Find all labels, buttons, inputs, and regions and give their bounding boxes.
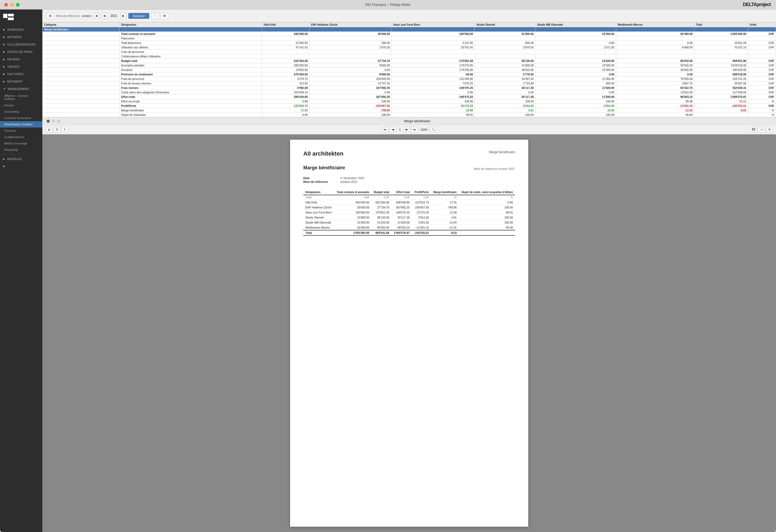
svg-rect-1 bbox=[8, 14, 14, 16]
table-cell: 508'430.85 bbox=[262, 95, 310, 99]
maximize-button[interactable] bbox=[16, 3, 20, 7]
prev-month-button[interactable]: ◀ bbox=[93, 13, 99, 19]
sidebar-item-planification-affaire[interactable]: Planification d'affaire bbox=[0, 121, 42, 127]
table-cell: 12.08 bbox=[392, 108, 475, 113]
table-cell: 15'831.00 bbox=[694, 41, 748, 45]
designation-cell[interactable]: Total deductions bbox=[119, 41, 262, 45]
report-cell: 15'300.00 bbox=[334, 220, 372, 225]
table-cell bbox=[392, 50, 475, 54]
designation-cell[interactable]: Frais inernes bbox=[119, 86, 262, 90]
preview-dot-3[interactable] bbox=[57, 119, 60, 123]
sidebar-item-notes-de-frais[interactable]: ▶ NOTES DE FRAIS bbox=[0, 48, 42, 55]
sidebar-item-modeles[interactable]: ▶ bbox=[0, 163, 42, 170]
designation-cell[interactable]: Profit/Perte bbox=[119, 104, 262, 108]
sidebar-item-modeles-documents[interactable]: ▶ MODELES bbox=[0, 155, 42, 163]
designation-cell[interactable]: Acomptes planifiés bbox=[119, 63, 262, 68]
designation-cell[interactable]: Encaissé bbox=[119, 68, 262, 72]
apply-button[interactable]: Appliquer bbox=[128, 13, 149, 19]
table-cell: 4'278.75 bbox=[262, 77, 310, 81]
report-cell: Haus zum Forst Bern bbox=[303, 210, 334, 215]
table-cell: 36'117.38 bbox=[475, 86, 535, 90]
report-cell: 38'130.00 bbox=[371, 215, 391, 220]
chevron-right-icon: ▶ bbox=[3, 58, 5, 61]
minimize-button[interactable] bbox=[10, 3, 14, 7]
share-button[interactable]: ↗ bbox=[758, 127, 765, 132]
sidebar-item-taches[interactable]: ▶ TÂCHES bbox=[0, 63, 42, 70]
designation-cell[interactable]: Effort total bbox=[119, 95, 262, 99]
table-cell bbox=[616, 54, 695, 59]
next-page-button[interactable]: ▶ bbox=[403, 127, 410, 132]
sidebar-divider bbox=[0, 154, 42, 154]
report-cell: 96'933.15 bbox=[391, 225, 412, 230]
sidebar-item-reporting[interactable]: Reporting bbox=[0, 147, 42, 153]
sidebar-item-factures[interactable]: ▶ FACTURES bbox=[0, 70, 42, 78]
sidebar-item-management[interactable]: ▼ MANAGEMENT bbox=[0, 85, 42, 92]
sidebar-item-affaires[interactable]: ▶ AFFAIRES bbox=[0, 33, 42, 41]
preview-area[interactable]: A0 architekten Marge bénéficiaire Marge … bbox=[42, 135, 776, 532]
print-button[interactable]: 🖨 bbox=[45, 127, 52, 132]
prev-page-button[interactable]: ◀ bbox=[390, 127, 396, 132]
table-cell: -9.53 bbox=[694, 108, 748, 113]
sidebar-item-collaborateurs-sub[interactable]: Collaborateurs bbox=[0, 134, 42, 140]
edit-button[interactable]: ✎ bbox=[61, 127, 68, 132]
sidebar-item-contrats-honoraires[interactable]: Contrats honoraires bbox=[0, 115, 42, 121]
sidebar-item-adresses[interactable]: ▶ ADRESSES bbox=[0, 26, 42, 33]
export-pdf-button[interactable]: 📄 bbox=[151, 13, 159, 19]
total-cell bbox=[459, 230, 515, 235]
unit-cell: CHF bbox=[371, 195, 391, 200]
designation-cell[interactable]: Frais de personnel bbox=[119, 50, 262, 54]
table-cell: -239'957.55 bbox=[310, 104, 392, 108]
report-cell: 92'400.00 bbox=[334, 225, 372, 230]
filter-button[interactable]: ⊞ bbox=[47, 13, 54, 19]
zoom-button[interactable]: 🔍 bbox=[430, 127, 437, 132]
designation-cell[interactable]: Degré de réalisation bbox=[119, 113, 262, 117]
table-cell: 0.00 bbox=[535, 41, 616, 45]
chevron-right-icon: ▶ bbox=[3, 73, 5, 75]
report-cell: -799.86 bbox=[431, 205, 459, 210]
sidebar-item-batiment[interactable]: ▶ BÂTIMENT bbox=[0, 78, 42, 85]
col-header-total: Total bbox=[694, 22, 748, 27]
unit-cell: CHF bbox=[391, 195, 412, 200]
preview-dot-1[interactable] bbox=[47, 119, 50, 123]
designation-cell[interactable]: Budget total bbox=[119, 59, 262, 63]
first-page-button[interactable]: ⏮ bbox=[382, 127, 389, 132]
table-cell: CHF bbox=[748, 95, 776, 99]
category-cell[interactable]: Marge bénéficiaire bbox=[43, 27, 120, 32]
table-cell: 51.61 bbox=[694, 99, 748, 104]
designation-cell[interactable]: Frais de bureau internes bbox=[119, 81, 262, 86]
table-cell: 2'012.63 bbox=[475, 104, 535, 108]
main-content: ⊞ Mois de référence octobre ◀ ◀ 2021 ▶ A… bbox=[42, 10, 776, 532]
designation-cell[interactable]: Coûts selon des catégories d'honoraire bbox=[119, 90, 262, 95]
sidebar-item-heures[interactable]: ▶ HEURES bbox=[0, 55, 42, 63]
designation-cell[interactable]: Utilisation aux affaires bbox=[119, 45, 262, 50]
report-col-header: Profit/Perte bbox=[412, 190, 431, 195]
table-cell: 179'276.00 bbox=[392, 63, 475, 68]
designation-cell[interactable]: Collaborateurs Affaire Utilisation bbox=[119, 54, 262, 59]
sidebar-item-controlling[interactable]: Controlling bbox=[0, 108, 42, 115]
prev-year-button[interactable]: ◀ bbox=[102, 13, 107, 19]
sidebar-item-maitre-ouvrage[interactable]: Maître d'ouvrage bbox=[0, 140, 42, 147]
designation-cell[interactable]: Total contrats et avenants bbox=[119, 32, 262, 36]
designation-cell[interactable]: Frais de personnel bbox=[119, 77, 262, 81]
list-button[interactable]: ☰ bbox=[53, 127, 60, 132]
designation-cell[interactable]: Paiements bbox=[119, 36, 262, 41]
designation-cell[interactable]: Effort accompli bbox=[119, 99, 262, 104]
table-row: Haus zum Forst Bern183'560.00170'651.581… bbox=[303, 210, 515, 215]
sidebar-item-collaborateurs[interactable]: ▶ COLLABORATEURS bbox=[0, 41, 42, 48]
close-button[interactable] bbox=[4, 3, 8, 7]
table-cell: 100.00 bbox=[535, 99, 616, 104]
download-button[interactable]: 💾 bbox=[750, 127, 757, 132]
preview-dot-2[interactable] bbox=[52, 119, 55, 123]
settings-button[interactable]: ⚙ bbox=[161, 13, 168, 19]
next-year-button[interactable]: ▶ bbox=[121, 13, 126, 19]
sidebar-item-affaires-genres[interactable]: Affaires – Genres d'affaire bbox=[0, 92, 42, 102]
sidebar-item-heures-sub[interactable]: Heures bbox=[0, 102, 42, 108]
table-cell bbox=[310, 27, 392, 32]
more-options-button[interactable]: ⚙ bbox=[766, 127, 773, 132]
last-page-button[interactable]: ⏭ bbox=[411, 127, 418, 132]
report-header: A0 architekten Marge bénéficiaire bbox=[303, 150, 515, 157]
report-col-header: Degré de réalis. selon la gestion d'affa… bbox=[459, 190, 515, 195]
designation-cell[interactable]: Prévision de rendement bbox=[119, 72, 262, 77]
designation-cell[interactable]: Marge bénéficiaire bbox=[119, 108, 262, 113]
sidebar-item-factures-sub[interactable]: Factures bbox=[0, 127, 42, 134]
